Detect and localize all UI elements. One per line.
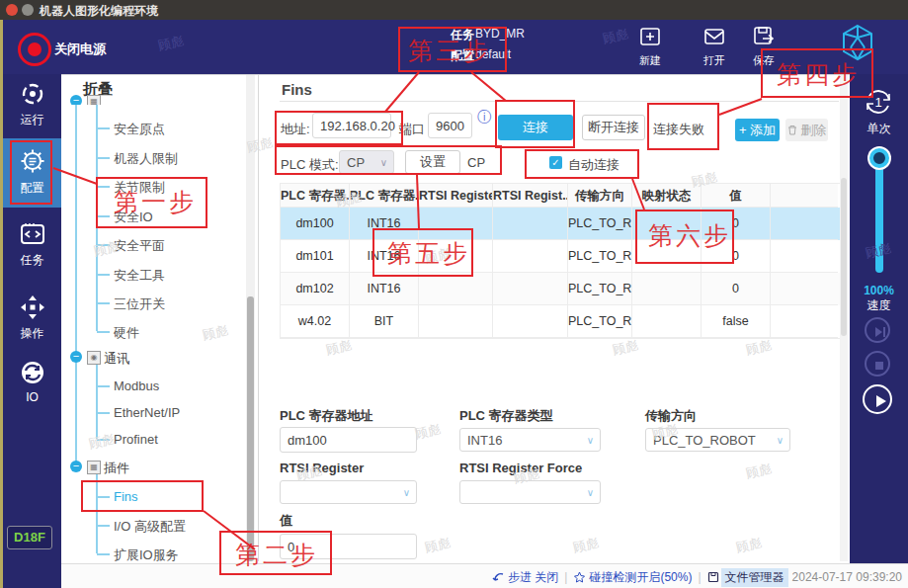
sidebar-item-io[interactable]: IO bbox=[3, 358, 61, 412]
cell-direction: PLC_TO_ROB... bbox=[568, 208, 632, 240]
stop-button[interactable] bbox=[865, 351, 890, 377]
gear-icon bbox=[20, 148, 45, 174]
tree-item-io-advanced[interactable]: I/O 高级配置 bbox=[114, 518, 186, 536]
tree-item-ethernet-ip[interactable]: EtherNet/IP bbox=[114, 405, 180, 420]
tree-branch-security bbox=[96, 105, 98, 331]
tree-item-profinet[interactable]: Profinet bbox=[114, 432, 158, 447]
sidebar-item-run[interactable]: 运行 bbox=[3, 79, 61, 133]
run-mode-button[interactable]: 1 bbox=[862, 85, 895, 119]
table-row[interactable]: dm101 INT16 PLC_TO_ROB... 0 bbox=[281, 240, 840, 273]
connect-button[interactable]: 连接 bbox=[498, 115, 573, 140]
sidebar-item-operate[interactable]: 操作 bbox=[3, 293, 61, 347]
file-manager-link[interactable]: 文件管理器 bbox=[721, 568, 788, 587]
column-header[interactable]: 映射状态 bbox=[632, 184, 702, 208]
cell-filler bbox=[771, 273, 838, 305]
power-label: 关闭电源 bbox=[54, 41, 106, 58]
column-header[interactable]: PLC 寄存器... bbox=[350, 184, 419, 208]
tree-item-ext-io[interactable]: 扩展IO服务 bbox=[114, 546, 179, 564]
column-header[interactable]: 值 bbox=[702, 184, 771, 208]
address-input[interactable]: 192.168.0.20 bbox=[312, 113, 391, 138]
rtsi-select[interactable] bbox=[280, 480, 417, 504]
collision-icon bbox=[573, 571, 586, 584]
delete-label: 删除 bbox=[800, 123, 826, 137]
cell-plc-type: INT16 bbox=[350, 208, 419, 240]
open-button[interactable]: 打开 bbox=[693, 23, 736, 68]
address-label: 地址: bbox=[281, 121, 310, 138]
tree-tick bbox=[97, 127, 110, 129]
tree-item-joint-limit[interactable]: 关节限制 bbox=[114, 179, 165, 197]
tree-item-hardware[interactable]: 硬件 bbox=[114, 324, 139, 342]
register-table: PLC 寄存器... PLC 寄存器... RTSI Register RTSI… bbox=[280, 183, 841, 339]
speed-slider-track[interactable] bbox=[875, 156, 883, 273]
reg-type-select[interactable]: INT16 bbox=[459, 428, 601, 452]
info-icon[interactable]: ⓘ bbox=[477, 109, 491, 126]
tree-item-modbus[interactable]: Modbus bbox=[114, 378, 159, 393]
cell-rtsi bbox=[419, 240, 493, 273]
tree-item-safe-tool[interactable]: 安全工具 bbox=[114, 267, 165, 285]
table-row[interactable]: dm100 INT16 PLC_TO_ROB... 0 bbox=[281, 208, 840, 240]
cell-plc-address: dm100 bbox=[281, 208, 350, 240]
value-input[interactable]: 0 bbox=[280, 534, 417, 559]
loop-once-icon: 1 bbox=[862, 85, 895, 119]
step-forward-button[interactable] bbox=[865, 317, 890, 343]
tree-item-safe-origin[interactable]: 安全原点 bbox=[114, 121, 165, 138]
tree-branch-plugin bbox=[96, 473, 98, 553]
add-button[interactable]: + 添加 bbox=[735, 119, 780, 141]
tree-category-security[interactable]: − ▦ bbox=[70, 95, 189, 105]
add-label: 添加 bbox=[750, 123, 776, 137]
cell-map-state bbox=[632, 273, 702, 305]
plc-mode-select[interactable]: CP bbox=[339, 150, 394, 174]
tree-tick bbox=[97, 439, 110, 441]
save-icon bbox=[752, 25, 776, 48]
save-button[interactable]: 保存 bbox=[742, 23, 785, 68]
reg-addr-input[interactable]: dm100 bbox=[280, 427, 417, 453]
rtsi-force-select[interactable] bbox=[459, 480, 601, 504]
main-scrollbar-thumb[interactable] bbox=[841, 178, 847, 336]
config-label: 配置 bbox=[451, 47, 474, 64]
column-header[interactable]: RTSI Regist... bbox=[493, 184, 568, 208]
collision-status[interactable]: 碰撞检测开启(50%) bbox=[589, 569, 692, 586]
tree-item-robot-limit[interactable]: 机器人限制 bbox=[114, 150, 178, 168]
tree-item-safe-plane[interactable]: 安全平面 bbox=[114, 237, 165, 255]
port-input[interactable]: 9600 bbox=[428, 113, 472, 138]
play-button[interactable] bbox=[863, 384, 892, 414]
table-row[interactable]: dm102 INT16 PLC_TO_ROB... 0 bbox=[281, 273, 840, 305]
column-header[interactable]: RTSI Register bbox=[419, 184, 493, 208]
trash-icon bbox=[787, 125, 797, 135]
collapse-toggle-icon[interactable]: − bbox=[70, 461, 82, 472]
power-button[interactable] bbox=[18, 33, 51, 66]
column-header[interactable]: PLC 寄存器... bbox=[281, 184, 350, 208]
collapse-toggle-icon[interactable]: − bbox=[70, 95, 82, 105]
auto-connect-checkbox[interactable]: ✓ bbox=[549, 156, 562, 169]
cell-map-state bbox=[632, 240, 702, 273]
close-icon[interactable] bbox=[6, 4, 18, 16]
direction-select[interactable]: PLC_TO_ROBOT bbox=[645, 428, 790, 452]
new-button[interactable]: 新建 bbox=[628, 23, 672, 68]
minimize-icon[interactable] bbox=[22, 4, 34, 16]
cell-plc-type: INT16 bbox=[350, 273, 419, 305]
speed-slider-handle[interactable] bbox=[869, 148, 889, 168]
tree-category-plugin[interactable]: 插件 bbox=[104, 460, 129, 477]
tree-item-safe-io[interactable]: 安全IO bbox=[114, 209, 153, 226]
timestamp: 2024-07-17 09:39:20 bbox=[792, 570, 902, 584]
step-mode-status[interactable]: 步进 关闭 bbox=[508, 569, 558, 586]
auto-connect-label: 自动连接 bbox=[568, 156, 619, 174]
table-row[interactable]: w4.02 BIT PLC_TO_ROB... false bbox=[281, 305, 840, 338]
tree-tick bbox=[97, 244, 110, 246]
cell-plc-type: BIT bbox=[350, 305, 419, 338]
tree-item-three-pos-switch[interactable]: 三位开关 bbox=[114, 295, 165, 313]
cell-filler bbox=[771, 208, 838, 240]
sidebar-item-task[interactable]: 任务 bbox=[3, 219, 61, 274]
plc-mode-current-text: CP bbox=[467, 155, 485, 170]
page-title: Fins bbox=[282, 81, 312, 98]
tree-item-fins[interactable]: Fins bbox=[114, 489, 138, 504]
tree-scrollbar-thumb[interactable] bbox=[247, 296, 254, 561]
cell-rtsi bbox=[419, 208, 493, 240]
delete-button[interactable]: 删除 bbox=[785, 119, 828, 141]
tree-category-comm[interactable]: 通讯 bbox=[104, 350, 129, 368]
collapse-toggle-icon[interactable]: − bbox=[70, 351, 82, 363]
disconnect-button[interactable]: 断开连接 bbox=[582, 115, 645, 140]
set-button[interactable]: 设置 bbox=[405, 150, 460, 174]
column-header[interactable]: 传输方向 bbox=[568, 184, 632, 208]
sidebar-item-config[interactable]: 配置 bbox=[3, 146, 61, 204]
